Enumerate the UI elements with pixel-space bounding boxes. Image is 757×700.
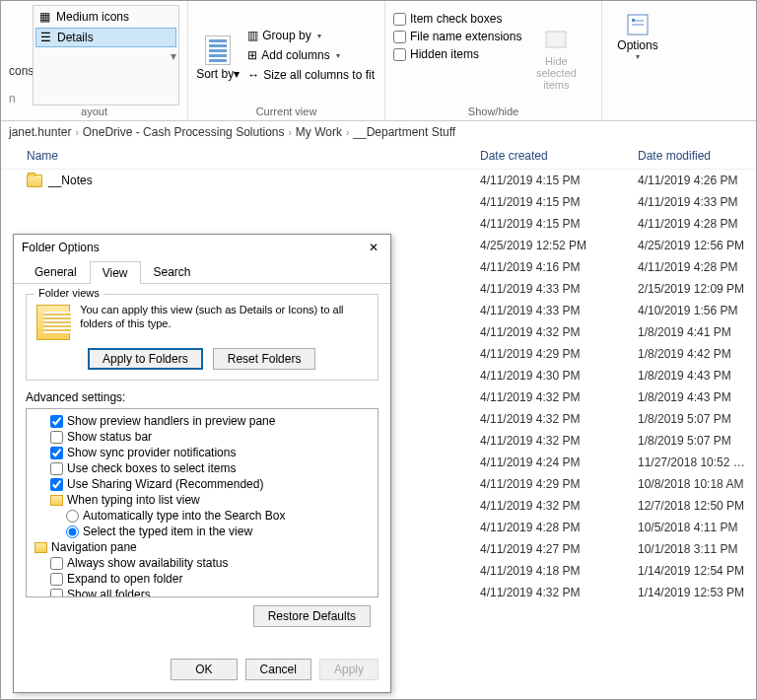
date-modified: 1/8/2019 5:07 PM	[638, 434, 756, 448]
file-ext-toggle[interactable]: File name extensions	[393, 29, 521, 44]
apply-button[interactable]: Apply	[319, 659, 378, 680]
opt-availability[interactable]: Always show availability status	[29, 555, 376, 571]
date-modified: 4/25/2019 12:56 PM	[638, 239, 756, 252]
date-created: 4/11/2019 4:24 PM	[480, 455, 638, 469]
crumb-mywork[interactable]: My Work	[296, 125, 342, 139]
hide-selected-button: Hide selected items	[527, 5, 585, 105]
opt-sharing[interactable]: Use Sharing Wizard (Recommended)	[29, 476, 376, 492]
reset-folders-button[interactable]: Reset Folders	[213, 348, 316, 370]
options-icon	[624, 11, 652, 38]
date-created: 4/11/2019 4:18 PM	[480, 564, 638, 578]
sort-by-button[interactable]: Sort by▾	[196, 5, 240, 105]
date-modified: 11/27/2018 10:52 …	[638, 455, 756, 469]
date-modified: 1/8/2019 4:42 PM	[638, 347, 756, 361]
folder-views-text: You can apply this view (such as Details…	[80, 303, 368, 331]
opt-sync[interactable]: Show sync provider notifications	[29, 445, 376, 460]
view-medium-icons[interactable]: ▦ Medium icons	[35, 8, 176, 26]
date-created: 4/11/2019 4:29 PM	[480, 347, 638, 361]
crumb-user[interactable]: janet.hunter	[9, 125, 71, 139]
opt-expand[interactable]: Expand to open folder	[29, 571, 376, 587]
col-date-created[interactable]: Date created	[480, 149, 638, 163]
date-modified: 4/11/2019 4:26 PM	[638, 174, 756, 187]
hide-icon	[542, 26, 570, 53]
folder-icon	[27, 175, 42, 187]
opt-statusbar[interactable]: Show status bar	[29, 429, 376, 445]
grid-icon: ▦	[39, 10, 50, 24]
folder-icon	[34, 542, 47, 553]
date-created: 4/11/2019 4:28 PM	[480, 521, 638, 534]
item-checkboxes-toggle[interactable]: Item check boxes	[393, 11, 521, 27]
apply-to-folders-button[interactable]: Apply to Folders	[88, 348, 203, 370]
breadcrumb[interactable]: janet.hunter› OneDrive - Cash Processing…	[1, 121, 756, 143]
col-date-modified[interactable]: Date modified	[638, 149, 756, 163]
add-columns-button[interactable]: ⊞Add columns▾	[245, 46, 377, 64]
table-row[interactable]: 4/11/2019 4:15 PM4/11/2019 4:28 PM	[27, 213, 756, 235]
folder-icon	[50, 495, 63, 506]
date-modified: 1/14/2019 12:53 PM	[638, 586, 756, 599]
show-hide-label: Show/hide	[393, 105, 593, 120]
date-created: 4/11/2019 4:15 PM	[480, 195, 638, 209]
fit-icon: ↔	[247, 68, 259, 82]
date-modified: 4/10/2019 1:56 PM	[638, 304, 756, 317]
column-headers[interactable]: Name Date created Date modified	[1, 143, 756, 170]
options-button[interactable]: Options ▾	[610, 5, 665, 61]
folder-options-dialog: Folder Options ✕ General View Search Fol…	[13, 234, 391, 693]
restore-defaults-button[interactable]: Restore Defaults	[253, 605, 371, 627]
date-created: 4/11/2019 4:32 PM	[480, 586, 638, 599]
date-created: 4/11/2019 4:15 PM	[480, 174, 638, 187]
tab-view[interactable]: View	[90, 261, 141, 284]
list-icon: ☰	[40, 31, 51, 44]
opt-preview[interactable]: Show preview handlers in preview pane	[29, 413, 376, 429]
date-modified: 10/1/2018 3:11 PM	[638, 542, 756, 556]
svg-rect-4	[632, 19, 635, 22]
date-modified: 1/8/2019 4:41 PM	[638, 325, 756, 339]
tab-search[interactable]: Search	[141, 260, 204, 283]
group-icon: ▥	[247, 29, 258, 42]
opt-auto-search[interactable]: Automatically type into the Search Box	[29, 508, 376, 524]
svg-rect-0	[546, 32, 566, 47]
date-modified: 1/14/2019 12:54 PM	[638, 564, 756, 578]
table-row[interactable]: 4/11/2019 4:15 PM4/11/2019 4:33 PM	[27, 191, 756, 213]
col-name[interactable]: Name	[27, 149, 480, 163]
crumb-onedrive[interactable]: OneDrive - Cash Processing Solutions	[83, 125, 285, 139]
table-row[interactable]: __Notes4/11/2019 4:15 PM4/11/2019 4:26 P…	[27, 170, 756, 191]
date-created: 4/11/2019 4:29 PM	[480, 477, 638, 491]
close-icon[interactable]: ✕	[365, 241, 382, 254]
dialog-title: Folder Options	[22, 241, 100, 254]
date-modified: 1/8/2019 4:43 PM	[638, 390, 756, 404]
dialog-titlebar[interactable]: Folder Options ✕	[14, 235, 390, 260]
advanced-settings-label: Advanced settings:	[26, 390, 378, 404]
date-created: 4/11/2019 4:32 PM	[480, 412, 638, 426]
opt-checkboxes[interactable]: Use check boxes to select items	[29, 460, 376, 476]
date-created: 4/11/2019 4:27 PM	[480, 542, 638, 556]
date-modified: 1/8/2019 5:07 PM	[638, 412, 756, 426]
ok-button[interactable]: OK	[171, 659, 237, 680]
opt-showall[interactable]: Show all folders	[29, 587, 376, 597]
date-modified: 10/8/2018 10:18 AM	[638, 477, 756, 491]
layout-group-label: ayout	[9, 105, 179, 120]
date-modified: 4/11/2019 4:33 PM	[638, 195, 756, 209]
cancel-button[interactable]: Cancel	[245, 659, 311, 680]
date-modified: 12/7/2018 12:50 PM	[638, 499, 756, 513]
group-by-button[interactable]: ▥Group by▾	[245, 27, 377, 44]
date-created: 4/11/2019 4:33 PM	[480, 304, 638, 317]
ribbon: cons n ▦ Medium icons ☰ Details ▾ ayout …	[1, 1, 756, 121]
date-created: 4/11/2019 4:32 PM	[480, 434, 638, 448]
view-details[interactable]: ☰ Details	[35, 28, 176, 47]
view-scroll-down[interactable]: ▾	[35, 49, 176, 63]
file-name: __Notes	[48, 174, 93, 187]
date-modified: 10/5/2018 4:11 PM	[638, 521, 756, 534]
size-all-button[interactable]: ↔Size all columns to fit	[245, 66, 377, 84]
tab-general[interactable]: General	[22, 260, 90, 283]
date-created: 4/11/2019 4:30 PM	[480, 369, 638, 383]
date-modified: 4/11/2019 4:28 PM	[638, 217, 756, 231]
add-columns-icon: ⊞	[247, 48, 257, 62]
crumb-dept[interactable]: __Department Stuff	[353, 125, 455, 139]
layout-view-list[interactable]: ▦ Medium icons ☰ Details ▾	[33, 5, 179, 105]
hidden-items-toggle[interactable]: Hidden items	[393, 46, 521, 62]
current-view-label: Current view	[196, 105, 377, 120]
opt-select-typed[interactable]: Select the typed item in the view	[29, 524, 376, 539]
advanced-settings-list[interactable]: Show preview handlers in preview pane Sh…	[26, 408, 378, 597]
folder-views-icon	[36, 305, 70, 340]
date-created: 4/11/2019 4:32 PM	[480, 390, 638, 404]
